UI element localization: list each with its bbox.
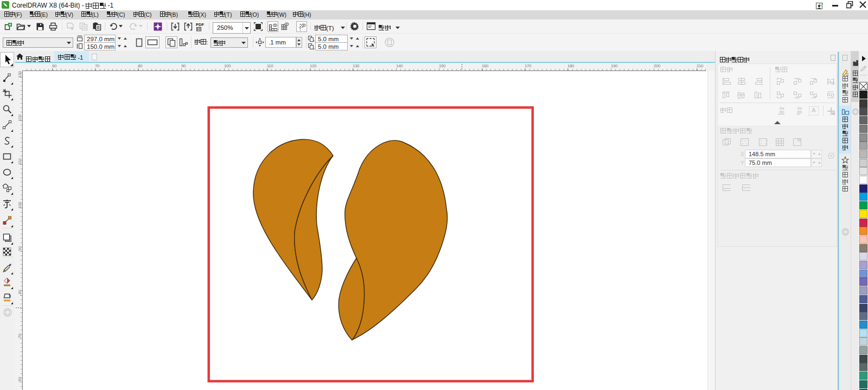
svg-text:x: x	[313, 39, 315, 42]
svg-text:y: y	[313, 47, 315, 50]
